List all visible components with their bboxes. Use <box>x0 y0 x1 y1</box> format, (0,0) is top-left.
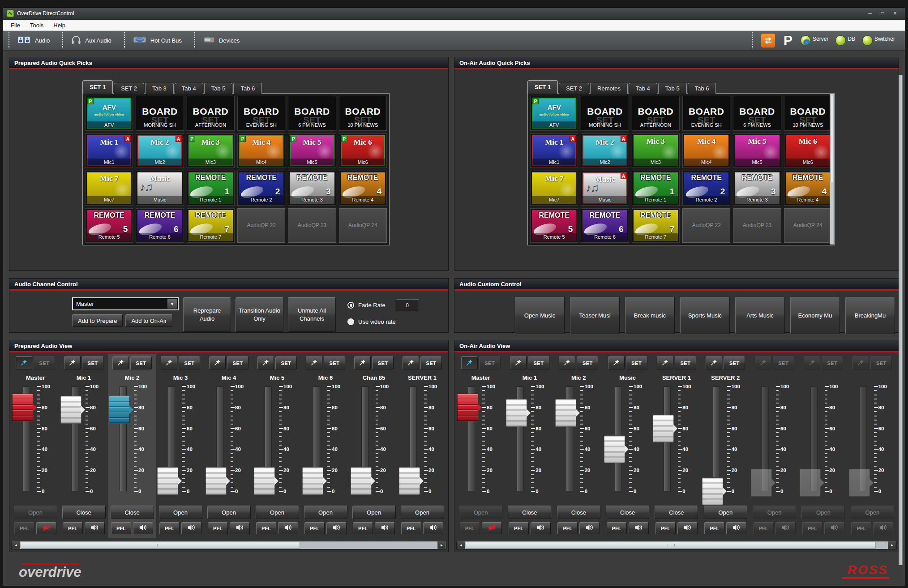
open-close-button[interactable]: Close <box>606 506 649 519</box>
add-to-onair-button[interactable]: Add to On-Air <box>125 314 172 327</box>
fader-track[interactable] <box>713 386 720 491</box>
speaker-button[interactable] <box>85 522 105 534</box>
unmute-all-channels-button[interactable]: Unmute All Channels <box>288 297 336 332</box>
onair-quick-pick-10-pm-news[interactable]: BOARDSET10 PM NEWS <box>784 96 832 131</box>
pushpin-button[interactable] <box>706 356 722 369</box>
custom-control-button-teaser-musi[interactable]: Teaser Musi <box>570 297 620 334</box>
onair-quick-pick-remote-7[interactable]: REMOTE7Remote 7 <box>632 208 680 243</box>
prepared-quick-pick-mic2[interactable]: Mic 2AMic2 <box>136 133 184 168</box>
open-close-button[interactable]: Open <box>851 506 894 519</box>
speaker-button[interactable] <box>726 522 746 534</box>
open-close-button[interactable]: Open <box>459 506 502 519</box>
scrollbar-thumb[interactable] <box>831 95 833 182</box>
pfl-button[interactable]: PFL <box>208 522 228 534</box>
speaker-button[interactable] <box>629 522 649 534</box>
pfl-button[interactable]: PFL <box>14 522 34 534</box>
onair-tab-remotes[interactable]: Remotes <box>590 83 628 94</box>
window-vertical-scrollbar[interactable] <box>899 75 903 565</box>
custom-control-button-breakingmu[interactable]: BreakingMu <box>845 297 895 334</box>
fader-handle[interactable] <box>60 396 81 424</box>
fader-handle[interactable] <box>702 477 723 505</box>
set-button[interactable]: SET <box>275 356 297 369</box>
pfl-button[interactable]: PFL <box>607 522 627 534</box>
fader-handle[interactable] <box>351 467 372 495</box>
set-button[interactable]: SET <box>130 356 152 369</box>
open-close-button[interactable]: Open <box>801 506 845 519</box>
pfl-button[interactable]: PFL <box>509 522 529 534</box>
pfl-button[interactable]: PFL <box>256 522 276 534</box>
maximize-icon[interactable]: □ <box>876 9 889 17</box>
speaker-button[interactable] <box>873 522 893 534</box>
onair-quick-pick-mic2[interactable]: Mic 2AMic2 <box>581 133 629 168</box>
custom-control-button-open-music[interactable]: Open Music <box>515 297 565 334</box>
chevron-down-icon[interactable]: ▼ <box>167 299 177 309</box>
onair-quick-pick-remote-2[interactable]: REMOTE2Remote 2 <box>682 171 730 206</box>
prepared-quick-pick-mic6[interactable]: Mic 6PMic6 <box>339 133 387 168</box>
scroll-left-icon[interactable]: ◄ <box>457 541 465 549</box>
open-close-button[interactable]: Open <box>352 506 396 519</box>
fader-handle[interactable] <box>157 467 178 495</box>
fader-handle[interactable] <box>506 399 527 427</box>
set-button[interactable]: SET <box>82 356 103 369</box>
pushpin-button[interactable] <box>354 356 371 369</box>
speaker-button[interactable] <box>775 522 796 534</box>
pushpin-button[interactable] <box>257 356 274 369</box>
pushpin-button[interactable] <box>209 356 226 369</box>
onair-quick-pick-mic5[interactable]: Mic 5Mic5 <box>733 133 781 168</box>
open-close-button[interactable]: Open <box>753 506 796 519</box>
grid-vertical-scrollbar[interactable] <box>830 94 834 245</box>
onair-quick-pick-remote-4[interactable]: REMOTE4Remote 4 <box>784 171 832 206</box>
onair-quick-pick-6-pm-news[interactable]: BOARDSET6 PM NEWS <box>733 96 781 131</box>
prepared-quick-pick-6-pm-news[interactable]: BOARDSET6 PM NEWS <box>288 96 336 131</box>
prepared-quick-pick-remote-3[interactable]: REMOTE3Remote 3 <box>288 171 336 206</box>
pfl-button[interactable]: PFL <box>802 522 822 534</box>
set-button[interactable]: SET <box>626 356 647 369</box>
menu-item-file[interactable]: File <box>7 21 24 30</box>
onair-quick-pick-music[interactable]: MusicAMusic <box>581 171 629 206</box>
fader-handle[interactable] <box>254 467 275 495</box>
pushpin-button[interactable] <box>161 356 177 369</box>
prepared-tab-tab-6[interactable]: Tab 6 <box>233 83 262 94</box>
fader-handle[interactable] <box>555 399 576 427</box>
onair-quick-pick-remote-5[interactable]: REMOTE5Remote 5 <box>530 208 578 243</box>
set-button[interactable]: SET <box>724 356 745 369</box>
prepared-quick-pick-remote-6[interactable]: REMOTE6Remote 6 <box>136 208 184 243</box>
onair-quick-pick-audioqp-24[interactable]: AudioQP 24 <box>784 208 832 243</box>
add-to-prepare-button[interactable]: Add to Prepare <box>72 314 123 327</box>
scroll-right-icon[interactable]: ► <box>888 541 896 549</box>
transition-icon[interactable] <box>761 33 775 48</box>
prepared-quick-pick-audioqp-22[interactable]: AudioQP 22 <box>237 208 285 243</box>
prepared-quick-pick-morning-sh[interactable]: BOARDSETMORNING SH <box>136 96 184 131</box>
fader-handle[interactable] <box>800 469 821 497</box>
fader-handle[interactable] <box>399 467 420 495</box>
pfl-button[interactable]: PFL <box>353 522 373 534</box>
custom-control-button-break-music[interactable]: Break music <box>625 297 675 334</box>
onair-quick-pick-mic1[interactable]: Mic 1AMic1 <box>530 133 578 168</box>
speaker-button[interactable] <box>278 522 298 534</box>
set-button[interactable]: SET <box>420 356 442 369</box>
menu-item-help[interactable]: Help <box>49 21 69 30</box>
fader-handle[interactable] <box>12 394 33 421</box>
prepared-tab-tab-4[interactable]: Tab 4 <box>175 83 203 94</box>
set-button[interactable]: SET <box>34 356 55 369</box>
speaker-button[interactable] <box>677 522 698 534</box>
set-button[interactable]: SET <box>372 356 394 369</box>
prepared-quick-pick-mic4[interactable]: Mic 4PMic4 <box>237 133 285 168</box>
scrollbar-thumb[interactable] <box>466 542 876 549</box>
pfl-button[interactable]: PFL <box>401 522 421 534</box>
open-close-button[interactable]: Close <box>508 506 551 519</box>
onair-tab-tab-6[interactable]: Tab 6 <box>688 83 716 94</box>
pfl-button[interactable]: PFL <box>63 522 83 534</box>
onair-quick-pick-afv[interactable]: AFVaudio follow videoPAFV <box>530 96 578 131</box>
speaker-button[interactable] <box>181 522 201 534</box>
pushpin-button[interactable] <box>16 356 32 369</box>
onair-quick-pick-audioqp-23[interactable]: AudioQP 23 <box>733 208 781 243</box>
pushpin-button[interactable] <box>608 356 625 369</box>
set-button[interactable]: SET <box>528 356 549 369</box>
set-button[interactable]: SET <box>822 356 843 369</box>
pfl-button[interactable]: PFL <box>557 522 578 534</box>
pfl-button[interactable]: PFL <box>111 522 131 534</box>
set-button[interactable]: SET <box>870 356 892 369</box>
prepared-tab-set-1[interactable]: SET 1 <box>82 80 113 94</box>
open-close-button[interactable]: Open <box>159 506 202 519</box>
